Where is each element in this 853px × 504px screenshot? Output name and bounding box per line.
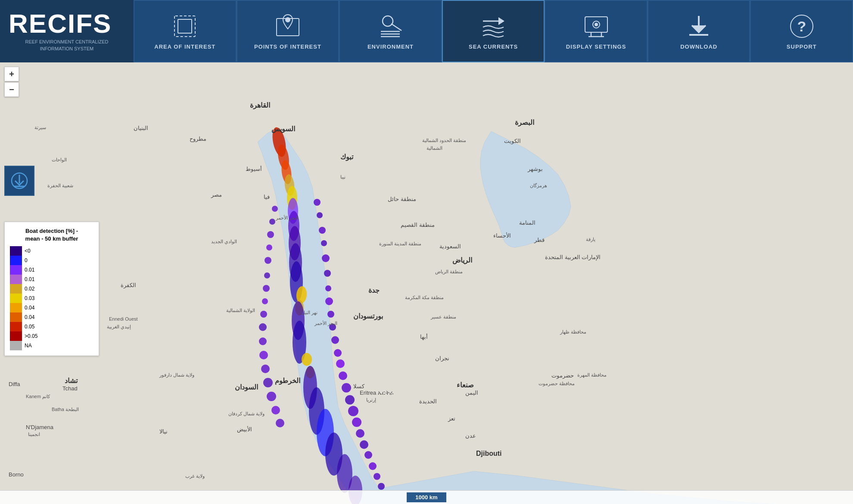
legend-labels: <000.010.010.020.030.040.040.05>0.05NA — [25, 246, 37, 350]
nav-label-support: SUPPORT — [787, 43, 817, 50]
zoom-out-button[interactable]: − — [4, 82, 19, 97]
legend-title: Boat detection [%] -mean - 50 km buffer — [10, 227, 93, 243]
scale-bar: 1000 km — [407, 492, 446, 502]
svg-point-73 — [263, 285, 270, 292]
legend-label-item: <0 — [25, 246, 37, 256]
svg-point-60 — [352, 417, 361, 427]
svg-point-79 — [261, 365, 270, 373]
svg-point-46 — [321, 240, 327, 246]
legend-scale: <000.010.010.020.030.040.040.05>0.05NA — [10, 246, 93, 350]
legend-label-item: 0.03 — [25, 294, 37, 303]
svg-point-56 — [339, 371, 347, 380]
svg-point-45 — [319, 227, 326, 234]
svg-point-81 — [267, 392, 276, 401]
legend-color-block — [10, 275, 22, 284]
svg-point-61 — [356, 429, 364, 438]
map-container: القاهرةالسويسالبنيانمطروحأسيوطمصرفياالبح… — [0, 62, 853, 504]
header: RECIFS REEF ENVIRONMENT CENTRALIZED INFO… — [0, 0, 853, 62]
bottom-bar: 1000 km — [0, 490, 853, 504]
svg-point-82 — [271, 406, 280, 414]
legend-color-block — [10, 256, 22, 265]
legend-label-item: >0.05 — [25, 331, 37, 341]
svg-point-59 — [348, 406, 358, 416]
svg-point-65 — [374, 473, 380, 480]
nav-label-display-settings: DISPLAY SETTINGS — [566, 43, 626, 50]
map-download-button[interactable] — [4, 166, 34, 196]
svg-point-63 — [364, 451, 372, 459]
logo-area: RECIFS REEF ENVIRONMENT CENTRALIZED INFO… — [0, 0, 134, 62]
legend-label-item: 0.04 — [25, 312, 37, 322]
nav-item-points-of-interest[interactable]: POINTS OF INTEREST — [237, 0, 339, 62]
legend-label-item: 0.01 — [25, 275, 37, 284]
legend-label-item: 0.05 — [25, 322, 37, 331]
legend-colors — [10, 246, 22, 350]
legend: Boat detection [%] -mean - 50 km buffer … — [4, 222, 99, 356]
nav-item-download[interactable]: DOWNLOAD — [648, 0, 750, 62]
svg-point-49 — [325, 285, 331, 291]
svg-point-74 — [262, 298, 268, 304]
svg-point-77 — [259, 337, 267, 345]
svg-point-75 — [260, 311, 267, 318]
support-icon: ? — [788, 12, 816, 40]
svg-point-43 — [314, 199, 321, 206]
svg-point-83 — [276, 419, 284, 427]
download-icon — [685, 12, 713, 40]
currents-icon — [479, 12, 507, 40]
map-controls: + − — [4, 67, 19, 97]
legend-label-item: 0.04 — [25, 303, 37, 312]
svg-point-64 — [369, 462, 377, 470]
svg-point-67 — [272, 206, 278, 212]
svg-point-80 — [263, 378, 273, 387]
svg-point-50 — [325, 297, 333, 305]
legend-color-block — [10, 265, 22, 275]
nav-label-environment: ENVIRONMENT — [367, 43, 414, 50]
zoom-in-button[interactable]: + — [4, 67, 19, 81]
svg-point-4 — [383, 16, 393, 26]
legend-color-block — [10, 331, 22, 341]
map-svg — [0, 62, 853, 504]
nav-item-support[interactable]: ?SUPPORT — [750, 0, 853, 62]
nav-item-sea-currents[interactable]: SEA CURRENTS — [442, 0, 545, 62]
legend-label-item: 0.01 — [25, 265, 37, 275]
svg-point-51 — [327, 311, 334, 318]
svg-point-62 — [360, 440, 368, 449]
nav-bar: AREA OF INTERESTPOINTS OF INTERESTENVIRO… — [134, 0, 853, 62]
legend-color-block — [10, 294, 22, 303]
svg-point-78 — [259, 351, 268, 359]
svg-point-69 — [267, 231, 274, 238]
nav-label-download: DOWNLOAD — [680, 43, 717, 50]
svg-text:?: ? — [797, 18, 806, 34]
svg-point-48 — [324, 270, 331, 277]
svg-point-66 — [378, 483, 385, 490]
svg-point-68 — [269, 219, 275, 225]
legend-label-item: 0.02 — [25, 284, 37, 294]
legend-color-block — [10, 284, 22, 294]
environment-icon — [377, 12, 404, 40]
legend-color-block — [10, 322, 22, 331]
nav-label-area-of-interest: AREA OF INTEREST — [154, 43, 215, 50]
nav-item-environment[interactable]: ENVIRONMENT — [339, 0, 442, 62]
svg-point-57 — [342, 383, 351, 393]
logo-title: RECIFS — [9, 10, 125, 37]
nav-label-points-of-interest: POINTS OF INTEREST — [254, 43, 321, 50]
legend-color-block — [10, 246, 22, 256]
svg-point-76 — [259, 323, 267, 331]
nav-label-sea-currents: SEA CURRENTS — [469, 43, 518, 50]
nav-item-display-settings[interactable]: DISPLAY SETTINGS — [545, 0, 648, 62]
svg-rect-1 — [178, 19, 192, 33]
svg-line-5 — [391, 24, 402, 31]
logo-subtitle: REEF ENVIRONMENT CENTRALIZED INFORMATION… — [9, 39, 125, 52]
svg-point-72 — [264, 272, 270, 278]
svg-point-71 — [265, 257, 271, 264]
svg-point-53 — [331, 336, 339, 344]
svg-point-47 — [322, 254, 330, 262]
svg-point-52 — [329, 324, 336, 331]
svg-point-70 — [266, 244, 272, 250]
svg-point-58 — [345, 395, 355, 405]
svg-point-54 — [334, 349, 342, 357]
svg-point-15 — [595, 23, 598, 26]
svg-point-3 — [286, 18, 290, 22]
legend-color-block — [10, 312, 22, 322]
svg-point-55 — [336, 359, 345, 368]
nav-item-area-of-interest[interactable]: AREA OF INTEREST — [134, 0, 237, 62]
